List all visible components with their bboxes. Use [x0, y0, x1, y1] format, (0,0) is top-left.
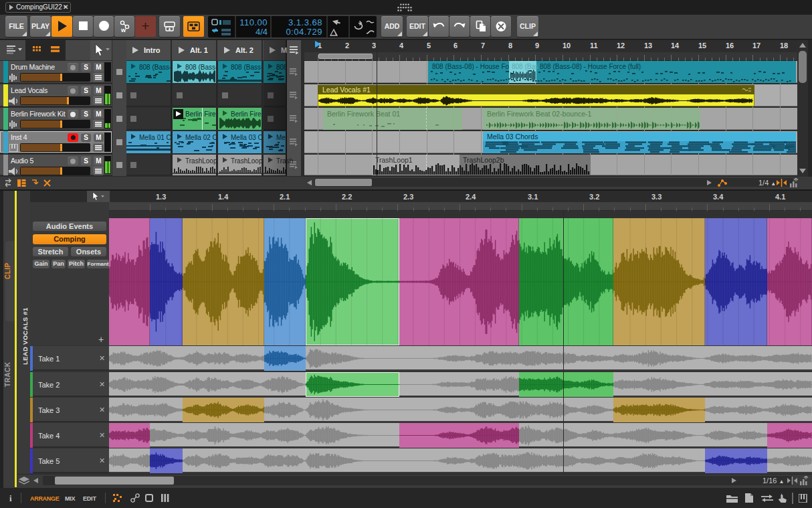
- svg-text:w: w: [120, 27, 126, 33]
